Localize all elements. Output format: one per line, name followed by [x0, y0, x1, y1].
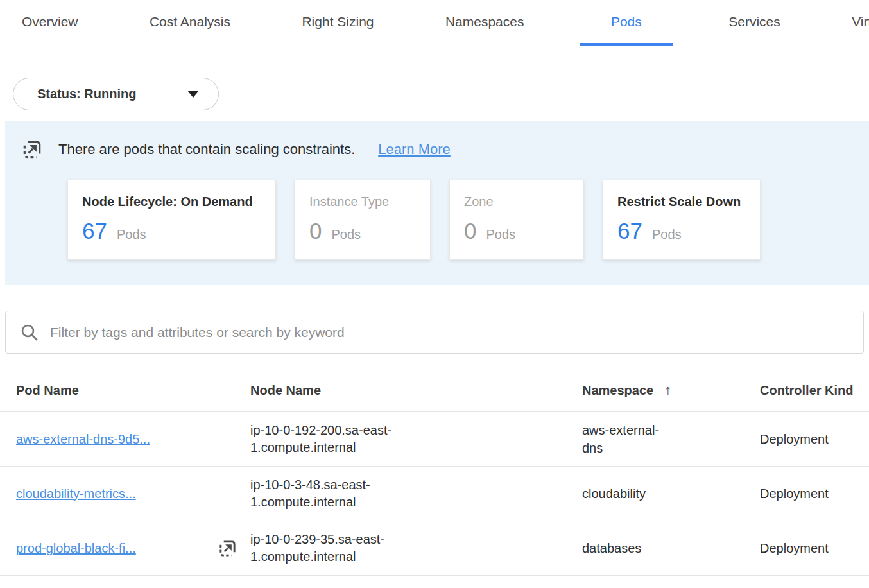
tab-item[interactable]: Services	[713, 0, 796, 46]
tab-label: Cost Analysis	[150, 14, 230, 30]
card-title: Node Lifecycle: On Demand	[82, 195, 261, 209]
tab-label: Pods	[611, 14, 642, 30]
table-row: prod-global-black-fi... ip-10-0-239-35.s…	[0, 521, 869, 576]
column-header-controller-kind[interactable]: Controller Kind	[760, 383, 869, 398]
node-name-cell: ip-10-0-239-35.sa-east-1.compute.interna…	[250, 531, 416, 566]
pods-table: Pod Name Node Name Namespace ↑ Controlle…	[0, 354, 869, 576]
tab-label: Services	[728, 14, 780, 30]
pod-name-link[interactable]: aws-external-dns-9d5...	[16, 432, 150, 447]
namespace-cell: aws-external-dns	[582, 421, 678, 457]
table-row: cloudability-metrics... ip-10-0-3-48.sa-…	[0, 467, 869, 521]
card-pod-count: 0	[309, 218, 322, 244]
table-header-row: Pod Name Node Name Namespace ↑ Controlle…	[0, 354, 869, 412]
card-pod-count: 67	[617, 218, 642, 244]
card-unit-label: Pods	[652, 227, 682, 242]
namespace-cell: cloudability	[582, 485, 678, 503]
card-pod-count: 67	[82, 218, 107, 244]
controller-kind-cell: Deployment	[760, 541, 869, 556]
search-input[interactable]	[50, 325, 849, 340]
card-title: Zone	[464, 195, 569, 209]
constraint-card[interactable]: Instance Type 0 Pods	[295, 180, 431, 260]
tab-label: Overview	[22, 14, 78, 30]
status-filter-label: Status: Running	[37, 87, 136, 101]
controller-kind-cell: Deployment	[760, 487, 869, 501]
scale-constraint-icon	[21, 139, 43, 160]
table-row: aws-external-dns-9d5... ip-10-0-192-200.…	[0, 412, 869, 467]
constraint-card[interactable]: Restrict Scale Down 67 Pods	[603, 180, 761, 260]
banner-message: There are pods that contain scaling cons…	[58, 141, 355, 158]
tab-item[interactable]: Virtu	[836, 0, 869, 46]
node-name-cell: ip-10-0-192-200.sa-east-1.compute.intern…	[250, 422, 416, 456]
tab-item[interactable]: Right Sizing	[286, 0, 389, 46]
card-title: Restrict Scale Down	[617, 195, 746, 209]
column-header-node-name[interactable]: Node Name	[250, 383, 582, 398]
pod-name-link[interactable]: prod-global-black-fi...	[16, 541, 136, 556]
tab-label: Right Sizing	[302, 14, 374, 30]
tab-item[interactable]: Namespaces	[430, 0, 540, 46]
constraint-card[interactable]: Zone 0 Pods	[449, 180, 584, 260]
card-unit-label: Pods	[331, 227, 361, 242]
tab-label: Virtu	[852, 14, 869, 30]
card-unit-label: Pods	[117, 227, 146, 242]
pod-name-link[interactable]: cloudability-metrics...	[16, 487, 136, 501]
status-filter-dropdown[interactable]: Status: Running	[13, 78, 219, 110]
tab-label: Namespaces	[445, 14, 524, 30]
tab-item[interactable]: Cost Analysis	[134, 0, 246, 46]
constraint-cards: Node Lifecycle: On Demand 67 Pods Instan…	[67, 180, 869, 260]
sort-ascending-icon: ↑	[664, 382, 671, 399]
search-icon	[20, 323, 39, 342]
tab-item[interactable]: Pods	[580, 0, 673, 46]
top-tab-bar: Overview Cost Analysis Right Sizing Name…	[0, 0, 869, 46]
controller-kind-cell: Deployment	[760, 432, 869, 447]
column-header-pod-name[interactable]: Pod Name	[16, 383, 250, 398]
namespace-cell: databases	[582, 539, 678, 557]
tab-item[interactable]: Overview	[6, 0, 94, 46]
node-name-cell: ip-10-0-3-48.sa-east-1.compute.internal	[250, 476, 416, 511]
card-title: Instance Type	[309, 195, 416, 209]
constraint-card[interactable]: Node Lifecycle: On Demand 67 Pods	[67, 180, 276, 260]
scale-constraint-icon	[218, 539, 237, 558]
filter-search-bar	[5, 311, 864, 354]
scaling-constraints-banner: There are pods that contain scaling cons…	[5, 121, 869, 285]
column-header-namespace[interactable]: Namespace ↑	[582, 382, 760, 399]
chevron-down-icon	[187, 91, 199, 98]
card-unit-label: Pods	[486, 227, 515, 242]
card-pod-count: 0	[464, 218, 476, 244]
learn-more-link[interactable]: Learn More	[378, 141, 451, 158]
